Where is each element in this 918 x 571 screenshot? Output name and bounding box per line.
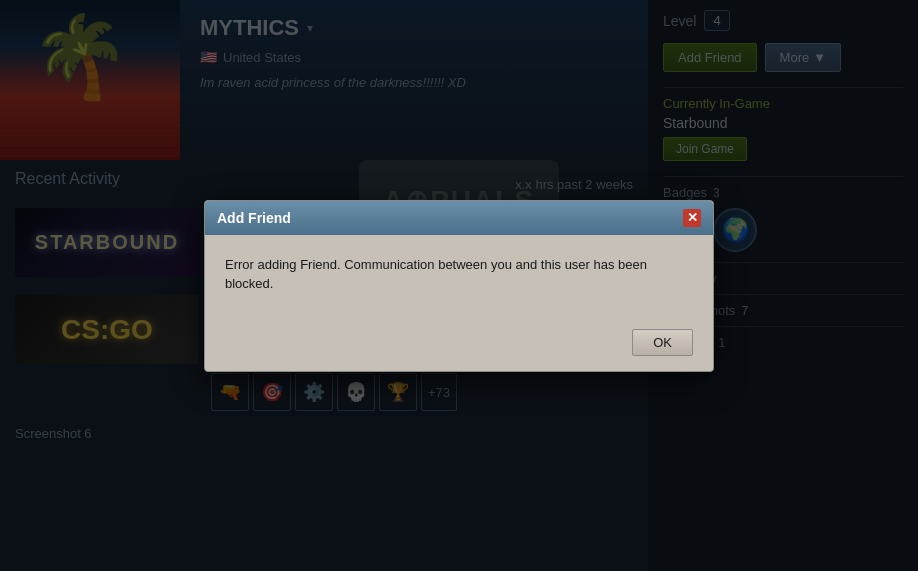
add-friend-modal: Add Friend ✕ Error adding Friend. Commun… <box>204 200 714 372</box>
modal-ok-button[interactable]: OK <box>632 329 693 356</box>
modal-close-button[interactable]: ✕ <box>683 209 701 227</box>
modal-message: Error adding Friend. Communication betwe… <box>225 255 693 294</box>
modal-overlay: Add Friend ✕ Error adding Friend. Commun… <box>0 0 918 571</box>
profile-background: MYTHICS ▾ 🇺🇸 United States Im raven acid… <box>0 0 918 571</box>
modal-title: Add Friend <box>217 210 291 226</box>
modal-header: Add Friend ✕ <box>205 201 713 235</box>
modal-footer: OK <box>205 329 713 371</box>
modal-body: Error adding Friend. Communication betwe… <box>205 235 713 329</box>
